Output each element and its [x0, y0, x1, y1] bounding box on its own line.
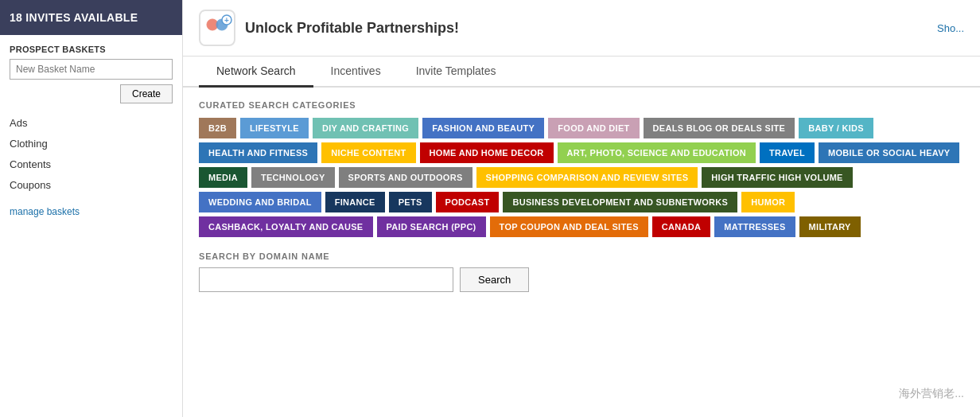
content-area: CURATED SEARCH CATEGORIES B2BLIFESTYLEDI…: [183, 88, 980, 417]
domain-search-input[interactable]: [199, 267, 453, 292]
category-tag-9[interactable]: HOME AND HOME DECOR: [420, 142, 554, 163]
basket-name-input[interactable]: [10, 59, 173, 80]
category-tag-0[interactable]: B2B: [199, 118, 236, 138]
banner-left: + Unlock Profitable Partnerships!: [199, 10, 459, 46]
invites-header: 18 INVITES AVAILABLE: [0, 0, 182, 35]
tab-network-search[interactable]: Network Search: [199, 57, 313, 88]
category-tag-13[interactable]: MEDIA: [199, 167, 247, 188]
domain-search-row: Search: [199, 267, 964, 292]
create-basket-button[interactable]: Create: [120, 84, 173, 103]
category-tag-26[interactable]: TOP COUPON AND DEAL SITES: [490, 216, 648, 237]
sidebar-nav-coupons[interactable]: Coupons: [10, 175, 173, 196]
category-tag-3[interactable]: FASHION AND BEAUTY: [422, 118, 544, 138]
category-tag-17[interactable]: HIGH TRAFFIC HIGH VOLUME: [702, 167, 852, 188]
tab-incentives[interactable]: Incentives: [313, 57, 399, 88]
category-tag-10[interactable]: ART, PHOTO, SCIENCE AND EDUCATION: [558, 142, 756, 163]
category-tag-23[interactable]: HUMOR: [741, 192, 795, 212]
category-tag-8[interactable]: NICHE CONTENT: [321, 142, 415, 163]
category-tag-12[interactable]: MOBILE OR SOCIAL HEAVY: [819, 142, 959, 163]
sidebar-nav-ads[interactable]: Ads: [10, 113, 173, 134]
prospect-baskets-label: PROSPECT BASKETS: [10, 45, 173, 54]
manage-baskets-link[interactable]: manage baskets: [10, 202, 173, 221]
tab-invite-templates[interactable]: Invite Templates: [399, 57, 514, 88]
svg-text:+: +: [224, 16, 229, 25]
category-tag-6[interactable]: BABY / KIDS: [799, 118, 873, 138]
search-button[interactable]: Search: [460, 267, 529, 292]
category-tag-27[interactable]: CANADA: [652, 216, 710, 237]
category-tag-2[interactable]: DIY AND CRAFTING: [313, 118, 418, 138]
category-tag-16[interactable]: SHOPPING COMPARISON AND REVIEW SITES: [476, 167, 698, 188]
tabs-bar: Network Search Incentives Invite Templat…: [183, 57, 980, 88]
category-tag-4[interactable]: FOOD AND DIET: [548, 118, 639, 138]
banner-show-link[interactable]: Sho...: [937, 22, 964, 34]
category-tag-29[interactable]: MILITARY: [799, 216, 861, 237]
category-tag-15[interactable]: SPORTS AND OUTDOORS: [339, 167, 472, 188]
sidebar-body: PROSPECT BASKETS Create AdsClothingConte…: [0, 35, 182, 417]
curated-label: CURATED SEARCH CATEGORIES: [199, 100, 964, 110]
top-banner: + Unlock Profitable Partnerships! Sho...: [183, 0, 980, 57]
sidebar-nav-clothing[interactable]: Clothing: [10, 134, 173, 154]
main-content: + Unlock Profitable Partnerships! Sho...…: [183, 0, 980, 417]
categories-grid: B2BLIFESTYLEDIY AND CRAFTINGFASHION AND …: [199, 118, 964, 237]
category-tag-1[interactable]: LIFESTYLE: [240, 118, 309, 138]
banner-icon: +: [199, 10, 235, 46]
category-tag-25[interactable]: PAID SEARCH (PPC): [377, 216, 486, 237]
category-tag-21[interactable]: PODCAST: [436, 192, 500, 212]
category-tag-24[interactable]: CASHBACK, LOYALTY AND CAUSE: [199, 216, 373, 237]
nav-links: AdsClothingContentsCouponsmanage baskets: [10, 113, 173, 222]
category-tag-14[interactable]: TECHNOLOGY: [251, 167, 335, 188]
category-tag-11[interactable]: TRAVEL: [760, 142, 815, 163]
category-tag-18[interactable]: WEDDING AND BRIDAL: [199, 192, 321, 212]
category-tag-7[interactable]: HEALTH AND FITNESS: [199, 142, 317, 163]
sidebar: 18 INVITES AVAILABLE PROSPECT BASKETS Cr…: [0, 0, 183, 417]
sidebar-nav-contents[interactable]: Contents: [10, 154, 173, 175]
category-tag-22[interactable]: BUSINESS DEVELOPMENT AND SUBNETWORKS: [503, 192, 737, 212]
category-tag-19[interactable]: FINANCE: [325, 192, 385, 212]
category-tag-20[interactable]: PETS: [389, 192, 432, 212]
banner-title: Unlock Profitable Partnerships!: [245, 20, 459, 37]
category-tag-5[interactable]: DEALS BLOG OR DEALS SITE: [644, 118, 795, 138]
category-tag-28[interactable]: MATTRESSES: [714, 216, 795, 237]
domain-search-label: SEARCH BY DOMAIN NAME: [199, 251, 964, 261]
